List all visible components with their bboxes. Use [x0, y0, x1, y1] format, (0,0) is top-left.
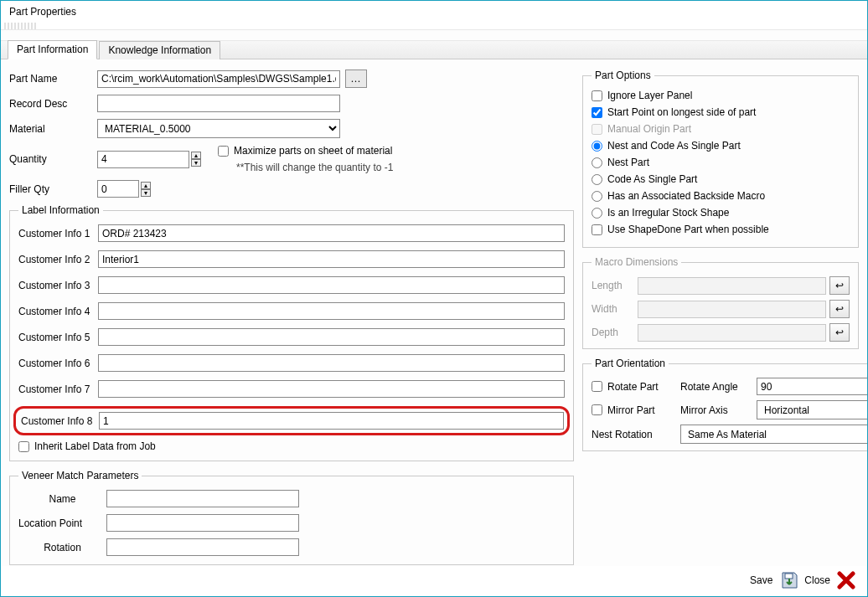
associated-backside-radio[interactable]	[592, 191, 602, 202]
tab-knowledge-information[interactable]: Knowledge Information	[99, 41, 220, 59]
record-desc-input[interactable]	[97, 95, 340, 112]
ci2-input[interactable]	[98, 250, 565, 268]
mirror-part-label: Mirror Part	[607, 404, 655, 416]
nest-rotation-label: Nest Rotation	[592, 429, 675, 440]
start-point-label: Start Point on longest side of part	[607, 106, 756, 118]
tab-part-information[interactable]: Part Information	[8, 40, 97, 59]
arrow-return-icon: ↩	[835, 327, 844, 338]
manual-origin-label: Manual Origin Part	[607, 123, 691, 135]
macro-dimensions-legend: Macro Dimensions	[592, 256, 681, 268]
nest-part-label: Nest Part	[607, 157, 649, 168]
label-information-group: Label Information Customer Info 1 Custom…	[9, 204, 574, 461]
ci8-input[interactable]	[99, 412, 564, 430]
part-name-label: Part Name	[9, 73, 97, 85]
rotation-label: Rotation	[18, 542, 106, 553]
rotation-input[interactable]	[106, 538, 299, 556]
nest-code-single-radio[interactable]	[592, 141, 602, 152]
macro-depth-label: Depth	[592, 327, 638, 338]
ci5-input[interactable]	[98, 328, 565, 346]
location-point-input[interactable]	[106, 514, 299, 532]
ci6-input[interactable]	[98, 354, 565, 372]
irregular-stock-radio[interactable]	[592, 208, 602, 219]
mirror-axis-label: Mirror Axis	[680, 404, 752, 416]
spin-up-icon[interactable]: ▴	[141, 182, 151, 189]
record-desc-label: Record Desc	[9, 98, 97, 110]
save-icon[interactable]	[779, 571, 799, 589]
close-button[interactable]: Close	[804, 574, 830, 586]
macro-dimensions-group: Macro Dimensions Length↩ Width↩ Depth↩	[582, 256, 859, 349]
toolbar-grip[interactable]	[4, 23, 38, 29]
part-properties-window: Part Properties Part Information Knowled…	[0, 0, 868, 597]
nest-part-radio[interactable]	[592, 157, 602, 168]
rotate-angle-label: Rotate Angle	[680, 381, 752, 393]
part-name-input[interactable]	[97, 70, 340, 88]
macro-width-input	[638, 301, 826, 318]
ci7-label: Customer Info 7	[18, 383, 98, 395]
macro-depth-input	[638, 324, 826, 342]
use-shapedone-checkbox[interactable]	[592, 224, 602, 235]
macro-length-button[interactable]: ↩	[829, 276, 850, 295]
nest-code-single-label: Nest and Code As Single Part	[607, 140, 741, 152]
maximize-parts-checkbox[interactable]	[218, 146, 229, 157]
rotate-angle-input[interactable]	[757, 378, 867, 395]
ci2-label: Customer Info 2	[18, 254, 98, 265]
material-select[interactable]: MATERIAL_0.5000	[97, 119, 340, 138]
part-options-legend: Part Options	[592, 69, 654, 81]
macro-length-input	[638, 277, 826, 295]
ci8-highlight: Customer Info 8	[13, 406, 570, 435]
macro-depth-button[interactable]: ↩	[829, 323, 850, 342]
content-area: Part Name ... Record Desc Material MATER…	[1, 59, 867, 566]
browse-button[interactable]: ...	[345, 69, 367, 88]
mirror-axis-select[interactable]: Horizontal	[757, 400, 867, 419]
inherit-label-row[interactable]: Inherit Label Data from Job	[18, 440, 565, 452]
nest-rotation-select[interactable]: Same As Material	[680, 425, 867, 444]
maximize-parts-checkbox-row[interactable]: Maximize parts on sheet of material	[218, 145, 393, 157]
ignore-layer-checkbox[interactable]	[592, 90, 602, 101]
close-icon[interactable]	[837, 571, 855, 589]
irregular-stock-label: Is an Irregular Stock Shape	[607, 207, 729, 219]
arrow-return-icon: ↩	[835, 280, 844, 291]
macro-width-button[interactable]: ↩	[829, 300, 850, 318]
ci4-input[interactable]	[98, 302, 565, 320]
ci3-label: Customer Info 3	[18, 280, 98, 291]
left-column: Part Name ... Record Desc Material MATER…	[9, 69, 574, 563]
label-information-legend: Label Information	[18, 204, 103, 216]
spin-down-icon[interactable]: ▾	[141, 189, 151, 197]
quantity-input[interactable]	[97, 151, 189, 168]
veneer-name-input[interactable]	[106, 490, 299, 507]
quantity-label: Quantity	[9, 153, 97, 165]
ci4-label: Customer Info 4	[18, 306, 98, 317]
code-single-radio[interactable]	[592, 174, 602, 185]
arrow-return-icon: ↩	[835, 303, 844, 315]
rotate-part-label: Rotate Part	[607, 381, 659, 393]
right-column: Part Options Ignore Layer Panel Start Po…	[582, 69, 859, 563]
rotate-part-checkbox[interactable]	[592, 381, 602, 392]
use-shapedone-label: Use ShapeDone Part when possible	[607, 224, 769, 235]
macro-length-label: Length	[592, 280, 638, 291]
filler-qty-input[interactable]	[97, 180, 139, 198]
ci1-input[interactable]	[98, 224, 565, 242]
veneer-match-legend: Veneer Match Parameters	[18, 470, 142, 481]
inherit-label-text: Inherit Label Data from Job	[34, 440, 156, 452]
save-button[interactable]: Save	[750, 574, 772, 586]
code-single-label: Code As Single Part	[607, 173, 697, 185]
ci6-label: Customer Info 6	[18, 358, 98, 369]
start-point-checkbox[interactable]	[592, 107, 602, 118]
inherit-label-checkbox[interactable]	[18, 441, 29, 452]
ci1-label: Customer Info 1	[18, 228, 98, 239]
filler-qty-stepper[interactable]: ▴ ▾	[141, 182, 151, 197]
veneer-match-group: Veneer Match Parameters Name Location Po…	[9, 470, 574, 565]
ci5-label: Customer Info 5	[18, 332, 98, 343]
ci7-input[interactable]	[98, 380, 565, 398]
window-title: Part Properties	[1, 1, 867, 21]
mirror-part-checkbox[interactable]	[592, 404, 602, 415]
ci3-input[interactable]	[98, 276, 565, 294]
macro-width-label: Width	[592, 303, 638, 315]
toolbar-area	[1, 29, 867, 41]
spin-up-icon[interactable]: ▴	[191, 152, 201, 159]
location-point-label: Location Point	[18, 517, 106, 529]
veneer-name-label: Name	[18, 493, 106, 505]
spin-down-icon[interactable]: ▾	[191, 159, 201, 167]
tabs-bar: Part Information Knowledge Information	[1, 41, 867, 59]
quantity-stepper[interactable]: ▴ ▾	[191, 152, 201, 167]
